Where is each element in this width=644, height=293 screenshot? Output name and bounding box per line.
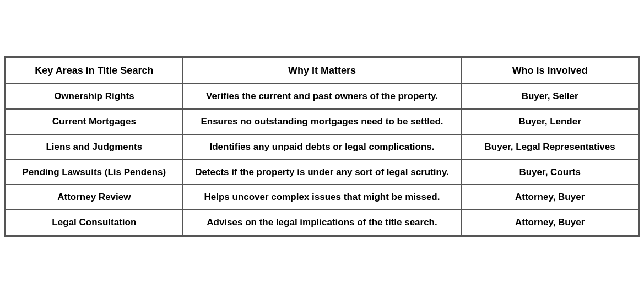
cell-who-5: Attorney, Buyer (461, 210, 638, 235)
header-key-areas: Key Areas in Title Search (6, 58, 183, 84)
cell-who-4: Attorney, Buyer (461, 185, 638, 210)
cell-why-0: Verifies the current and past owners of … (183, 84, 462, 109)
cell-who-0: Buyer, Seller (461, 84, 638, 109)
cell-area-2: Liens and Judgments (6, 134, 183, 160)
cell-why-1: Ensures no outstanding mortgages need to… (183, 109, 462, 134)
table-row: Legal ConsultationAdvises on the legal i… (6, 210, 638, 235)
table-row: Pending Lawsuits (Lis Pendens)Detects if… (6, 160, 638, 185)
cell-who-3: Buyer, Courts (461, 160, 638, 185)
cell-area-3: Pending Lawsuits (Lis Pendens) (6, 160, 183, 185)
cell-area-1: Current Mortgages (6, 109, 183, 134)
table-row: Ownership RightsVerifies the current and… (6, 84, 638, 109)
cell-why-3: Detects if the property is under any sor… (183, 160, 462, 185)
cell-area-0: Ownership Rights (6, 84, 183, 109)
cell-who-2: Buyer, Legal Representatives (461, 134, 638, 160)
table-row: Liens and JudgmentsIdentifies any unpaid… (6, 134, 638, 160)
header-why-it-matters: Why It Matters (183, 58, 462, 84)
cell-why-2: Identifies any unpaid debts or legal com… (183, 134, 462, 160)
main-table-wrapper: Key Areas in Title Search Why It Matters… (4, 56, 640, 237)
cell-why-5: Advises on the legal implications of the… (183, 210, 462, 235)
cell-why-4: Helps uncover complex issues that might … (183, 185, 462, 210)
cell-area-5: Legal Consultation (6, 210, 183, 235)
cell-area-4: Attorney Review (6, 185, 183, 210)
table-row: Current MortgagesEnsures no outstanding … (6, 109, 638, 134)
cell-who-1: Buyer, Lender (461, 109, 638, 134)
header-who-involved: Who is Involved (461, 58, 638, 84)
table-row: Attorney ReviewHelps uncover complex iss… (6, 185, 638, 210)
title-search-table: Key Areas in Title Search Why It Matters… (5, 57, 639, 236)
table-header-row: Key Areas in Title Search Why It Matters… (6, 58, 638, 84)
